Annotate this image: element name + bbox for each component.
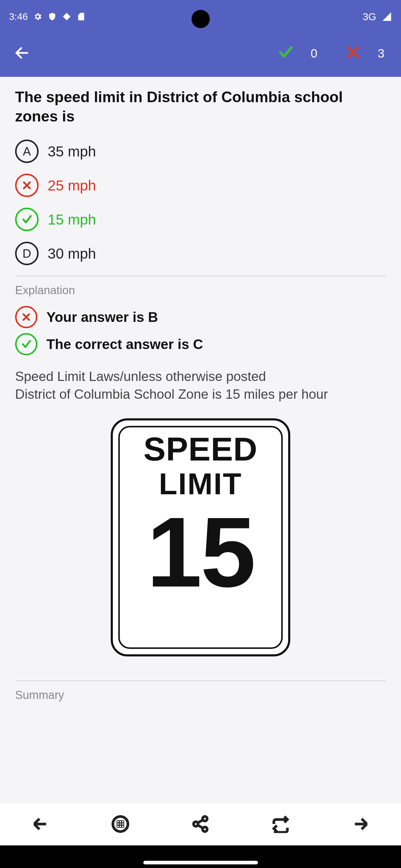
- score-counter: 0 3: [278, 44, 385, 63]
- option-d-text: 30 mph: [48, 245, 96, 262]
- svg-point-9: [120, 826, 121, 827]
- correct-answer-line: The correct answer is C: [15, 333, 386, 355]
- your-answer-text: Your answer is B: [47, 309, 158, 325]
- option-b-marker: [15, 174, 39, 197]
- explanation-body: Speed Limit Laws/unless otherwise posted…: [15, 367, 386, 403]
- status-right-cluster: 3G: [363, 11, 392, 23]
- svg-point-2: [118, 821, 119, 822]
- nav-grid-button[interactable]: [105, 809, 136, 840]
- nav-share-button[interactable]: [185, 809, 216, 840]
- divider: [15, 681, 386, 681]
- nav-next-button[interactable]: [346, 809, 376, 840]
- app-bar: 0 3: [0, 33, 401, 77]
- option-a-text: 35 mph: [48, 143, 96, 160]
- status-left-cluster: 3:46: [9, 11, 86, 22]
- option-c-text: 15 mph: [48, 211, 96, 228]
- signal-icon: [382, 11, 392, 22]
- option-d[interactable]: D 30 mph: [15, 242, 386, 265]
- sign-image: SPEED LIMIT 15: [15, 418, 386, 656]
- svg-line-14: [198, 820, 203, 823]
- bottom-nav: [0, 803, 401, 845]
- network-type: 3G: [363, 11, 376, 23]
- svg-point-13: [203, 827, 207, 832]
- wrong-count: 3: [378, 47, 384, 60]
- divider: [15, 276, 386, 276]
- svg-point-7: [122, 824, 123, 824]
- shield-icon: [48, 12, 57, 21]
- svg-point-10: [122, 826, 123, 827]
- nav-prev-button[interactable]: [25, 809, 55, 840]
- letter-a-icon: A: [15, 140, 39, 163]
- sign-line1: SPEED: [144, 433, 258, 466]
- svg-point-11: [203, 816, 207, 821]
- svg-line-15: [198, 825, 203, 828]
- svg-point-3: [120, 821, 121, 822]
- option-c-marker: [15, 208, 39, 231]
- cross-circle-icon: [15, 306, 37, 328]
- svg-point-12: [194, 822, 198, 826]
- svg-point-6: [120, 824, 121, 824]
- settings-gear-icon: [33, 12, 42, 21]
- check-icon: [278, 44, 294, 63]
- letter-d-icon: D: [15, 242, 39, 265]
- option-b-text: 25 mph: [48, 177, 96, 194]
- status-time: 3:46: [9, 11, 28, 22]
- sign-line2: LIMIT: [159, 469, 242, 499]
- question-text: The speed limit in District of Columbia …: [15, 87, 386, 126]
- option-a-marker: A: [15, 140, 39, 163]
- sign-number: 15: [147, 505, 254, 599]
- correct-count: 0: [311, 47, 317, 60]
- svg-point-5: [118, 824, 119, 824]
- cross-circle-icon: [15, 174, 39, 197]
- status-bar: 3:46 3G: [0, 0, 401, 33]
- option-d-marker: D: [15, 242, 39, 265]
- explanation-label: Explanation: [15, 284, 386, 297]
- correct-answer-text: The correct answer is C: [47, 336, 203, 352]
- svg-point-0: [191, 10, 210, 28]
- android-home-pill[interactable]: [143, 861, 258, 864]
- sd-card-icon: [77, 12, 86, 21]
- check-circle-icon: [15, 208, 39, 231]
- x-icon: [345, 44, 361, 63]
- svg-point-8: [118, 826, 119, 827]
- option-b[interactable]: 25 mph: [15, 174, 386, 197]
- summary-label: Summary: [15, 689, 386, 702]
- option-c[interactable]: 15 mph: [15, 208, 386, 231]
- diamond-icon: [62, 12, 71, 21]
- check-circle-icon: [15, 333, 37, 355]
- camera-notch-icon: [191, 9, 210, 31]
- your-answer-line: Your answer is B: [15, 306, 386, 328]
- back-button[interactable]: [7, 38, 36, 68]
- nav-repeat-button[interactable]: [265, 809, 296, 840]
- content-area[interactable]: The speed limit in District of Columbia …: [0, 77, 401, 803]
- option-a[interactable]: A 35 mph: [15, 140, 386, 163]
- svg-point-4: [122, 821, 123, 822]
